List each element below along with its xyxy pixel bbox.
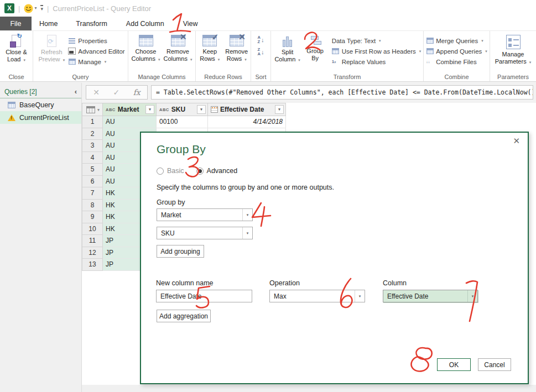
row-number[interactable]: 9: [82, 211, 103, 223]
choose-columns-button[interactable]: Choose Columns ▾: [131, 33, 162, 62]
properties-button[interactable]: Properties: [68, 36, 124, 45]
row-number[interactable]: 7: [82, 187, 103, 200]
add-grouping-button[interactable]: Add grouping: [157, 245, 204, 258]
new-column-name-input[interactable]: Effective Date: [156, 290, 252, 302]
tab-home[interactable]: Home: [32, 17, 66, 30]
column-header-sku[interactable]: ABC SKU ▾: [157, 103, 208, 116]
ok-button[interactable]: OK: [437, 358, 471, 371]
group-by-icon: [309, 35, 322, 46]
operation-dropdown[interactable]: Max ▾: [269, 290, 365, 302]
caret-down-icon: ▾: [24, 58, 26, 62]
split-column-button[interactable]: Split Column ▾: [273, 33, 302, 63]
caret-down-icon: ▾: [379, 39, 381, 43]
smiley-icon: [24, 4, 33, 13]
ribbon-group-parameters: Manage Parameters ▾ Parameters: [490, 31, 536, 81]
column-header-effective-date[interactable]: Effective Date ▾: [208, 103, 286, 116]
filter-dropdown-button[interactable]: ▾: [197, 105, 206, 114]
combine-files-button[interactable]: ↓↓ Combine Files: [426, 58, 487, 66]
caret-down-icon: ▾: [244, 58, 247, 61]
manage-parameters-button[interactable]: Manage Parameters ▾: [493, 33, 534, 65]
window-title: CurrentPriceList - Query Editor: [53, 4, 151, 13]
cell-market[interactable]: AU: [103, 116, 157, 128]
manage-button[interactable]: Manage ▾: [68, 58, 124, 66]
row-number[interactable]: 13: [82, 259, 103, 271]
query-item-currentpricelist[interactable]: CurrentPriceList: [0, 111, 81, 124]
group-label-manage-columns: Manage Columns: [128, 74, 195, 80]
excel-logo-icon: [4, 3, 14, 13]
tab-file[interactable]: File: [0, 17, 32, 30]
query-item-basequery[interactable]: BaseQuery: [0, 98, 81, 111]
row-number[interactable]: 2: [82, 128, 103, 140]
group-by-dialog: ✕ Group By Basic Advanced Specify the co…: [140, 132, 529, 384]
advanced-radio-label: Advanced: [207, 167, 238, 175]
arrow-down-icon: ↓: [261, 49, 264, 55]
advanced-radio[interactable]: Advanced: [196, 167, 238, 175]
manage-icon: [69, 59, 76, 65]
replace-values-button[interactable]: 1₂ Replace Values: [332, 58, 421, 66]
keep-rows-button[interactable]: ✓ Keep Rows ▾: [197, 33, 223, 62]
cancel-button[interactable]: Cancel: [478, 358, 511, 371]
row-number[interactable]: 3: [82, 140, 103, 152]
refresh-preview-button[interactable]: ⟳ Refresh Preview ▾: [36, 33, 67, 63]
formula-commit-icon[interactable]: ✓: [113, 88, 119, 97]
group-by-button[interactable]: Group By: [303, 33, 327, 62]
grid-header-row: ▾ ABC Market ▾ ABC SKU ▾ Effective Date …: [82, 103, 536, 116]
caret-down-icon: ▾: [105, 60, 107, 64]
formula-input[interactable]: = Table.SelectRows(#"Removed Other Colum…: [151, 85, 533, 100]
advanced-editor-button[interactable]: Advanced Editor: [68, 47, 124, 55]
column-header-market[interactable]: ABC Market ▾: [103, 103, 157, 116]
row-number[interactable]: 5: [82, 164, 103, 176]
caret-down-icon: ▾: [97, 108, 100, 112]
grid-corner-cell[interactable]: ▾: [82, 103, 103, 116]
add-aggregation-button[interactable]: Add aggregation: [157, 310, 211, 322]
collapse-pane-icon[interactable]: ‹: [75, 87, 77, 96]
customize-toolbar-button[interactable]: ▾: [40, 5, 43, 12]
column-dropdown[interactable]: Effective Date ▾: [383, 290, 478, 302]
group-by-field-market[interactable]: Market ▾: [157, 208, 253, 221]
cell-sku[interactable]: 00100: [157, 116, 208, 128]
row-number[interactable]: 12: [82, 247, 103, 259]
caret-down-icon: ▾: [529, 60, 532, 64]
sort-ascending-button[interactable]: 1AZ ↓: [258, 35, 264, 44]
sort-descending-button[interactable]: ZA ↓: [258, 48, 264, 56]
tab-transform[interactable]: Transform: [66, 17, 117, 30]
caret-down-icon: ▾: [242, 227, 252, 239]
row-number[interactable]: 10: [82, 223, 103, 236]
group-label-query: Query: [33, 74, 128, 80]
queries-pane: Queries [2] ‹ BaseQuery CurrentPriceList: [0, 83, 82, 392]
filter-dropdown-button[interactable]: ▾: [145, 105, 154, 114]
ribbon: ↻ Close & Load ▾ Close ⟳ Refresh Preview…: [0, 31, 536, 82]
filter-dropdown-button[interactable]: ▾: [275, 105, 284, 114]
tab-view[interactable]: View: [174, 17, 207, 30]
separator: |: [47, 4, 49, 13]
remove-columns-button[interactable]: ✕ Remove Columns ▾: [163, 33, 194, 62]
close-load-button[interactable]: ↻ Close & Load ▾: [1, 33, 32, 63]
feedback-smiley-button[interactable]: ▾: [24, 4, 37, 13]
dialog-description: Specify the columns to group by and one …: [157, 184, 334, 191]
formula-cancel-icon[interactable]: ✕: [93, 88, 100, 97]
cell-date[interactable]: 4/14/2018: [208, 116, 286, 128]
tab-add-column[interactable]: Add Column: [117, 17, 174, 30]
properties-icon: [69, 38, 75, 44]
caret-down-icon: ▾: [298, 58, 300, 62]
ribbon-group-combine: Merge Queries ▾ Append Queries ▾ ↓↓ Comb…: [424, 31, 490, 81]
group-by-field-sku[interactable]: SKU ▾: [157, 227, 253, 239]
dialog-close-icon[interactable]: ✕: [513, 136, 520, 146]
row-number[interactable]: 8: [82, 200, 103, 212]
append-queries-button[interactable]: Append Queries ▾: [426, 47, 487, 55]
row-number[interactable]: 1: [82, 116, 103, 128]
basic-radio[interactable]: Basic: [157, 167, 184, 175]
row-number[interactable]: 4: [82, 152, 103, 164]
row-number[interactable]: 11: [82, 235, 103, 247]
combine-files-icon: ↓↓: [426, 60, 434, 64]
choose-columns-icon: [139, 35, 153, 46]
caret-down-icon: ▾: [218, 58, 220, 61]
remove-rows-button[interactable]: ✕ Remove Rows ▾: [224, 33, 250, 62]
merge-queries-button[interactable]: Merge Queries ▾: [426, 36, 487, 45]
replace-values-icon: 1₂: [332, 59, 340, 64]
use-first-row-as-headers-button[interactable]: Use First Row as Headers ▾: [332, 47, 421, 55]
column-name: Market: [118, 106, 143, 113]
data-type-button[interactable]: Data Type: Text ▾: [332, 36, 421, 45]
row-number[interactable]: 6: [82, 176, 103, 188]
group-label-sort: Sort: [251, 74, 270, 80]
